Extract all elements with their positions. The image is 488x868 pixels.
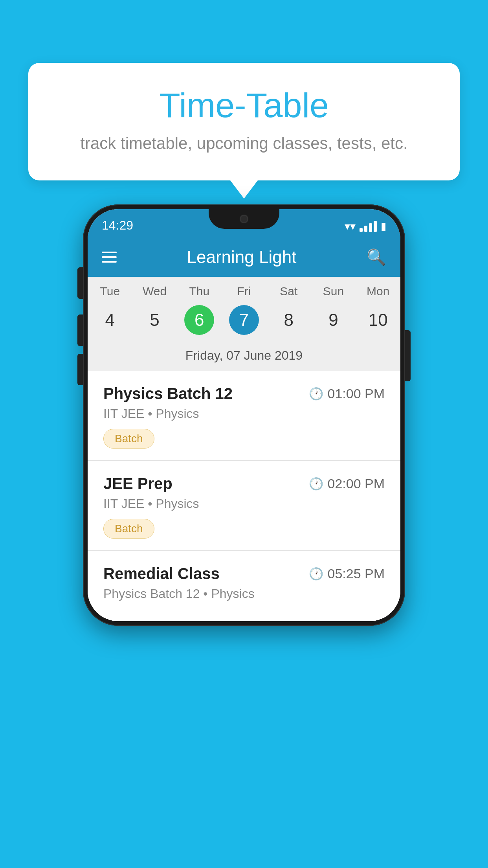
schedule-item-3-header: Remedial Class 🕐 05:25 PM <box>103 565 385 583</box>
batch-badge-1: Batch <box>103 429 154 449</box>
search-icon[interactable]: 🔍 <box>367 248 386 267</box>
app-header: Learning Light 🔍 <box>88 237 400 277</box>
day-4[interactable]: 4 <box>88 304 132 336</box>
day-7[interactable]: 7 <box>222 304 266 336</box>
phone-inner: 14:29 ▾▾ ▮ <box>88 209 400 621</box>
schedule-item-2-time-value: 02:00 PM <box>327 476 385 491</box>
status-time: 14:29 <box>102 218 133 233</box>
battery-icon: ▮ <box>381 220 386 232</box>
tooltip-subtitle: track timetable, upcoming classes, tests… <box>60 134 428 153</box>
schedule-item-1-time: 🕐 01:00 PM <box>309 386 385 401</box>
schedule-item-1[interactable]: Physics Batch 12 🕐 01:00 PM IIT JEE • Ph… <box>88 371 400 461</box>
schedule-item-3-subtitle: Physics Batch 12 • Physics <box>103 587 385 601</box>
day-circle-7: 7 <box>229 305 259 335</box>
phone-notch <box>209 209 279 229</box>
day-header-wed: Wed <box>132 285 177 298</box>
clock-icon-1: 🕐 <box>309 387 323 401</box>
day-header-fri: Fri <box>222 285 266 298</box>
phone-mockup: 14:29 ▾▾ ▮ <box>83 204 405 626</box>
clock-icon-3: 🕐 <box>309 567 323 581</box>
wifi-icon: ▾▾ <box>345 220 356 233</box>
signal-bars-icon <box>360 221 377 232</box>
day-numbers: 4 5 6 7 8 9 10 <box>88 301 400 344</box>
phone-outer: 14:29 ▾▾ ▮ <box>83 204 405 626</box>
schedule-item-1-title: Physics Batch 12 <box>103 385 233 403</box>
schedule-item-1-time-value: 01:00 PM <box>327 386 385 401</box>
day-9[interactable]: 9 <box>311 304 356 336</box>
schedule-item-1-subtitle: IIT JEE • Physics <box>103 406 385 421</box>
schedule-item-2[interactable]: JEE Prep 🕐 02:00 PM IIT JEE • Physics Ba… <box>88 461 400 551</box>
schedule-item-2-title: JEE Prep <box>103 475 172 493</box>
day-6[interactable]: 6 <box>177 304 222 336</box>
hamburger-menu-icon[interactable] <box>102 252 117 263</box>
schedule-item-2-header: JEE Prep 🕐 02:00 PM <box>103 475 385 493</box>
status-icons: ▾▾ ▮ <box>345 220 386 233</box>
day-header-sat: Sat <box>266 285 311 298</box>
schedule-item-3-title: Remedial Class <box>103 565 220 583</box>
schedule-item-2-time: 🕐 02:00 PM <box>309 476 385 491</box>
schedule-item-3-time: 🕐 05:25 PM <box>309 566 385 581</box>
day-10[interactable]: 10 <box>356 304 400 336</box>
schedule-item-3[interactable]: Remedial Class 🕐 05:25 PM Physics Batch … <box>88 551 400 621</box>
tooltip-card: Time-Table track timetable, upcoming cla… <box>28 63 460 180</box>
selected-date-label: Friday, 07 June 2019 <box>88 344 400 371</box>
schedule-list: Physics Batch 12 🕐 01:00 PM IIT JEE • Ph… <box>88 371 400 621</box>
batch-badge-2: Batch <box>103 519 154 539</box>
calendar-section: Tue Wed Thu Fri Sat Sun Mon 4 5 6 7 <box>88 277 400 371</box>
day-header-sun: Sun <box>311 285 356 298</box>
day-headers: Tue Wed Thu Fri Sat Sun Mon <box>88 277 400 301</box>
schedule-item-2-subtitle: IIT JEE • Physics <box>103 497 385 511</box>
camera-icon <box>240 215 248 223</box>
day-8[interactable]: 8 <box>266 304 311 336</box>
app-title: Learning Light <box>187 247 297 267</box>
day-5[interactable]: 5 <box>132 304 177 336</box>
schedule-item-1-header: Physics Batch 12 🕐 01:00 PM <box>103 385 385 403</box>
tooltip-title: Time-Table <box>60 86 428 125</box>
day-header-mon: Mon <box>356 285 400 298</box>
day-header-tue: Tue <box>88 285 132 298</box>
clock-icon-2: 🕐 <box>309 477 323 491</box>
schedule-item-3-time-value: 05:25 PM <box>327 566 385 581</box>
day-header-thu: Thu <box>177 285 222 298</box>
day-circle-6: 6 <box>184 305 214 335</box>
